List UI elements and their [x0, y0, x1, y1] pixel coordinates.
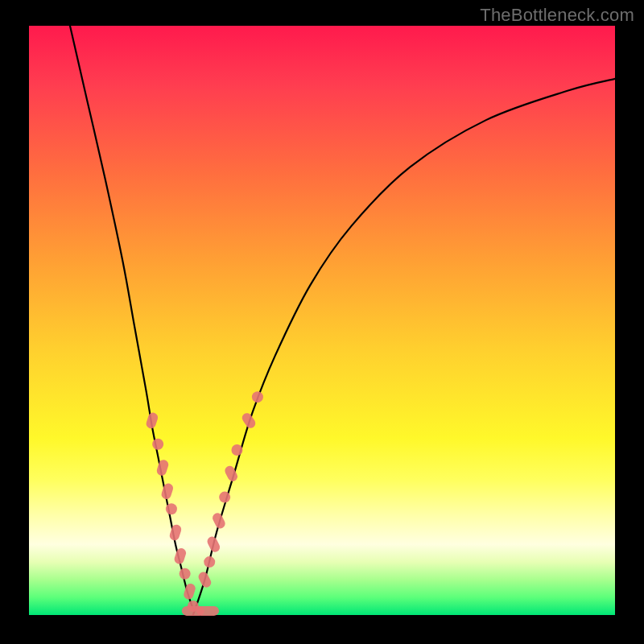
watermark-text: TheBottleneck.com [480, 5, 634, 26]
data-marker [168, 523, 183, 542]
data-marker [155, 459, 170, 477]
data-marker [183, 582, 197, 601]
data-marker [231, 444, 242, 456]
data-marker [197, 570, 213, 588]
chart-svg [29, 26, 615, 615]
data-marker [219, 492, 230, 503]
data-marker [145, 411, 159, 430]
data-marker [152, 439, 163, 450]
plot-area [29, 26, 615, 615]
data-marker [240, 411, 257, 430]
data-marker [252, 391, 263, 402]
chart-frame: TheBottleneck.com [0, 0, 644, 644]
data-marker [173, 547, 188, 565]
data-marker [211, 511, 227, 530]
data-marker [205, 535, 221, 554]
data-marker [204, 556, 215, 568]
marker-layer [145, 391, 263, 616]
data-marker [180, 568, 191, 580]
data-marker [160, 482, 175, 501]
curve-left [70, 26, 193, 609]
data-marker [196, 606, 219, 616]
data-marker [166, 503, 177, 514]
curve-right [193, 79, 615, 615]
